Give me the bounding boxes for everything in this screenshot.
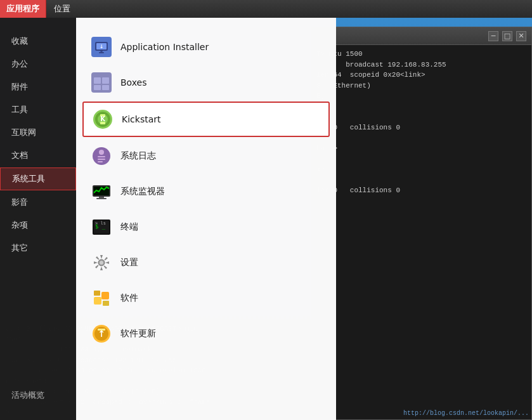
terminal-controls: − □ ✕ [488,31,526,41]
boxes-icon [90,71,113,94]
monitor-label: 系统监视器 [120,186,165,197]
desktop: 应用程序 位置 − □ ✕ T> mtu 1500 .0 broadcast 1… [0,0,532,420]
software-label: 软件 [120,292,138,304]
sidebar-item-misc[interactable]: 杂项 [0,214,76,236]
menu-item-software[interactable]: 软件 [82,282,330,315]
terminal-line: B) [316,112,526,122]
terminal-line: 0 (Ethernet) [316,81,526,91]
terminal-icon: $ _ > ls [90,216,113,239]
terminal-line: B) [316,91,526,102]
svg-rect-7 [94,77,101,84]
terminal-line: me 0 [316,102,526,112]
svg-text:> ls: > ls [95,221,106,226]
svg-point-3 [100,49,103,52]
sidebar-item-favorites[interactable]: 收藏 [0,30,76,52]
sidebar-item-media[interactable]: 影音 [0,192,76,213]
location-menu-button[interactable]: 位置 [46,0,78,18]
terminal-line: .0 broadcast 192.168.83.255 [316,60,526,70]
terminal-maximize-button[interactable]: □ [502,31,512,41]
svg-rect-20 [98,159,105,160]
svg-rect-9 [94,85,101,90]
settings-icon [90,251,113,274]
terminal-line: ier 0 collisions 0 [316,185,526,196]
syslog-icon [90,145,113,167]
kickstart-icon: K [91,108,114,131]
menu-item-syslog[interactable]: 系统日志 [82,140,330,173]
menu-item-kickstart[interactable]: K Kickstart [82,102,330,137]
svg-rect-35 [103,301,109,306]
menu-item-boxes[interactable]: Boxes [82,66,330,99]
sidebar-item-documents[interactable]: 文档 [0,145,76,166]
svg-rect-34 [94,291,100,296]
software-icon [90,287,113,310]
svg-rect-8 [102,77,109,84]
svg-rect-24 [99,197,104,198]
menu-item-terminal[interactable]: $ _ > ls 终端 [82,211,330,244]
svg-rect-33 [101,292,109,299]
terminal-minimize-button[interactable]: − [488,31,498,41]
menu-item-update[interactable]: ↑ 软件更新 [82,317,330,350]
svg-point-18 [99,150,104,155]
terminal-line: me 0 [316,164,526,175]
sidebar-item-internet[interactable]: 互联网 [0,122,76,143]
svg-rect-4 [99,52,104,53]
terminal-close-button[interactable]: ✕ [516,31,526,41]
terminal-line [316,133,526,143]
svg-rect-32 [94,297,101,305]
svg-rect-21 [98,161,103,162]
menu-item-settings[interactable]: 设置 [82,246,330,279]
menu-content: ↓ Application Installer Boxes [76,18,336,420]
svg-text:K: K [100,115,106,122]
installer-icon: ↓ [90,36,113,58]
settings-label: 设置 [120,257,138,268]
terminal-window: − □ ✕ T> mtu 1500 .0 broadcast 192.168.8… [311,27,532,420]
terminal-line: host> [316,143,526,154]
svg-rect-10 [102,85,109,90]
app-menu-overlay: 收藏 办公 附件 工具 互联网 文档 系统工具 影音 杂项 其它 活动概览 [0,18,336,420]
terminal-line [316,174,526,185]
svg-rect-25 [96,198,107,199]
svg-rect-19 [98,156,105,157]
terminal-line: T> mtu 1500 [316,49,526,60]
terminal-label: 终端 [120,221,138,233]
syslog-label: 系统日志 [120,150,156,162]
menu-item-monitor[interactable]: 系统监视器 [82,175,330,208]
terminal-content: T> mtu 1500 .0 broadcast 192.168.83.255 … [311,45,531,199]
svg-point-31 [100,261,103,265]
update-label: 软件更新 [120,328,156,339]
sidebar-item-office[interactable]: 办公 [0,53,76,75]
svg-text:↓: ↓ [100,44,104,49]
taskbar: 应用程序 位置 [0,0,532,18]
sidebar-item-system-tools[interactable]: 系统工具 [0,167,76,190]
update-icon: ↑ [90,322,113,345]
kickstart-label: Kickstart [122,114,160,124]
sidebar-item-tools[interactable]: 工具 [0,99,76,121]
terminal-line [316,154,526,164]
boxes-label: Boxes [120,77,147,88]
sidebar-item-other[interactable]: 其它 [0,237,76,259]
sidebar-activity-overview[interactable]: 活动概览 [0,383,76,407]
menu-item-installer[interactable]: ↓ Application Installer [82,30,330,63]
sidebar-item-accessories[interactable]: 附件 [0,76,76,98]
terminal-titlebar: − □ ✕ [311,27,531,45]
terminal-line: len 64 scopeid 0x20<link> [316,70,526,81]
menu-sidebar: 收藏 办公 附件 工具 互联网 文档 系统工具 影音 杂项 其它 活动概览 [0,18,76,420]
monitor-icon [90,180,113,203]
svg-rect-39 [98,329,105,331]
terminal-line: ier 0 collisions 0 [316,122,526,133]
app-menu-button[interactable]: 应用程序 [0,0,46,18]
installer-label: Application Installer [120,42,209,52]
